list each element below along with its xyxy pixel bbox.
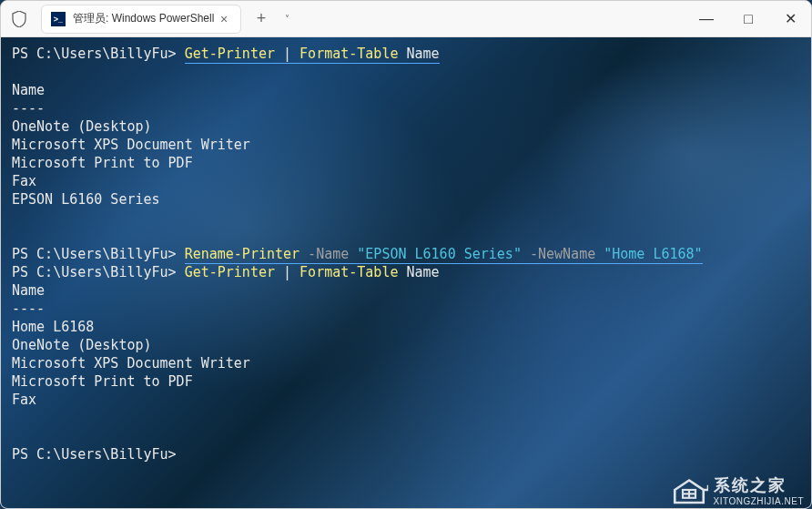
terminal-output-line: ---- xyxy=(12,300,800,318)
terminal-output-line: Microsoft XPS Document Writer xyxy=(12,354,800,372)
terminal-command-line: PS C:\Users\BillyFu> Get-Printer | Forma… xyxy=(12,45,800,63)
terminal-line xyxy=(12,409,800,427)
terminal-output-line: Fax xyxy=(12,391,800,409)
terminal-area[interactable]: PS C:\Users\BillyFu> Get-Printer | Forma… xyxy=(1,37,811,508)
terminal-line xyxy=(12,427,800,445)
window-controls: — □ ✕ xyxy=(685,1,811,37)
close-button[interactable]: ✕ xyxy=(769,1,811,37)
watermark-text-cn: 系统之家 xyxy=(714,474,805,496)
watermark-logo-icon xyxy=(670,473,708,506)
terminal-output-line: Name xyxy=(12,81,800,99)
terminal-output-line: Name xyxy=(12,281,800,300)
terminal-command-line: PS C:\Users\BillyFu> Get-Printer | Forma… xyxy=(12,263,800,281)
terminal-output-line: Fax xyxy=(12,172,800,190)
watermark: 系统之家 XITONGZHIJIA.NET xyxy=(670,473,805,506)
terminal-output-line: Microsoft Print to PDF xyxy=(12,372,800,391)
titlebar[interactable]: >_ 管理员: Windows PowerShell × + ˅ — □ ✕ xyxy=(1,1,811,37)
terminal-content[interactable]: PS C:\Users\BillyFu> Get-Printer | Forma… xyxy=(1,37,811,471)
terminal-command-line: PS C:\Users\BillyFu> Rename-Printer -Nam… xyxy=(12,245,800,263)
powershell-icon: >_ xyxy=(51,12,66,26)
tab-dropdown-button[interactable]: ˅ xyxy=(276,5,298,34)
app-window: >_ 管理员: Windows PowerShell × + ˅ — □ ✕ P… xyxy=(0,0,812,509)
terminal-output-line: ---- xyxy=(12,99,800,117)
terminal-output-line: Home L6168 xyxy=(12,318,800,336)
terminal-output-line: OneNote (Desktop) xyxy=(12,117,800,136)
terminal-line xyxy=(12,209,800,227)
terminal-prompt-line: PS C:\Users\BillyFu> xyxy=(12,445,800,463)
new-tab-button[interactable]: + xyxy=(247,5,276,34)
terminal-line xyxy=(12,63,800,81)
terminal-output-line: Microsoft XPS Document Writer xyxy=(12,136,800,154)
tab-close-button[interactable]: × xyxy=(217,12,231,26)
terminal-output-line: OneNote (Desktop) xyxy=(12,336,800,354)
maximize-button[interactable]: □ xyxy=(727,1,769,37)
minimize-button[interactable]: — xyxy=(685,1,727,37)
terminal-line xyxy=(12,227,800,245)
terminal-output-line: EPSON L6160 Series xyxy=(12,190,800,209)
tab-title: 管理员: Windows PowerShell xyxy=(73,11,217,26)
tab-active[interactable]: >_ 管理员: Windows PowerShell × xyxy=(41,5,241,34)
shield-icon xyxy=(10,10,28,28)
watermark-text-url: XITONGZHIJIA.NET xyxy=(714,496,805,506)
terminal-output-line: Microsoft Print to PDF xyxy=(12,154,800,172)
